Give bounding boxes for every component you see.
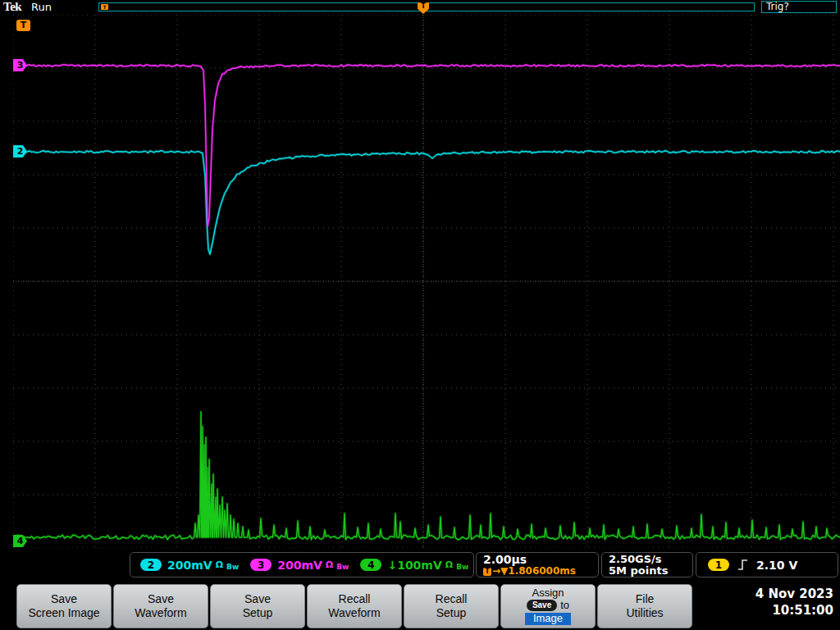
channel-3-bandwidth-icon: Bw — [336, 563, 349, 571]
trigger-state-box: Trig? — [761, 1, 837, 13]
button-label: Save — [148, 592, 174, 607]
button-label: Screen Image — [28, 606, 99, 621]
channel-2-badge[interactable]: 2 — [140, 559, 162, 571]
recall-waveform-button[interactable]: Recall Waveform — [307, 584, 402, 628]
button-label: Save — [244, 592, 271, 607]
acquisition-readout-box[interactable]: 2.50GS/s 5M points — [601, 552, 693, 578]
button-label: Saveto — [527, 600, 569, 612]
save-setup-button[interactable]: Save Setup — [210, 584, 305, 628]
tek-logo: Tek — [3, 0, 21, 14]
button-label: File — [636, 592, 655, 607]
channel-readouts-box[interactable]: 2 200mV Ω Bw 3 200mV Ω Bw 4 ↓100mV Ω Bw — [130, 552, 474, 578]
time: 10:51:00 — [756, 602, 833, 619]
trigger-time-badge[interactable]: T — [16, 20, 30, 31]
horizontal-readout-box[interactable]: 2.00µs T→▼1.806000ms — [476, 552, 599, 578]
channel-2-scale: 200mV — [167, 559, 212, 572]
record-length: 5M points — [609, 565, 686, 577]
acquisition-status: Run — [31, 1, 52, 13]
save-screen-image-button[interactable]: Save Screen Image — [16, 584, 112, 628]
sample-rate: 2.50GS/s — [609, 554, 686, 565]
trigger-level: 2.10 V — [756, 559, 797, 572]
top-status-bar: Tek Run T T Trig? — [0, 0, 840, 15]
trigger-time-value: →▼1.806000ms — [492, 565, 576, 577]
button-label: Setup — [243, 606, 273, 621]
waveform-svg — [13, 15, 840, 548]
button-label: Recall — [339, 592, 371, 607]
image-chip: Image — [525, 613, 571, 625]
channel-2-bandwidth-icon: Bw — [226, 563, 239, 571]
button-label: Setup — [436, 606, 467, 621]
save-waveform-button[interactable]: Save Waveform — [113, 584, 208, 628]
button-label: Utilities — [626, 606, 663, 621]
trigger-t-icon: T — [483, 568, 491, 576]
channel-4-badge[interactable]: 4 — [360, 559, 381, 571]
button-label: Waveform — [135, 606, 186, 621]
file-utilities-button[interactable]: File Utilities — [597, 584, 692, 628]
button-label: Assign — [532, 587, 564, 600]
date-time: 4 Nov 2023 10:51:00 — [756, 586, 833, 619]
save-chip: Save — [527, 600, 557, 611]
button-label: Save — [51, 592, 77, 607]
trigger-time-readout: T→▼1.806000ms — [483, 566, 591, 577]
graticule: T 3 2 4 — [13, 15, 840, 548]
assign-save-to-image-button[interactable]: Assign Saveto Image — [500, 584, 596, 628]
timebase-scale: 2.00µs — [483, 554, 591, 566]
bottom-menu-bar: Save Screen Image Save Waveform Save Set… — [0, 581, 840, 630]
record-trigger-icon: T — [101, 4, 108, 10]
channel-4-coupling-icon: Ω — [445, 559, 453, 570]
trigger-readout-box[interactable]: 1 2.10 V — [696, 552, 838, 578]
channel-3-coupling-icon: Ω — [326, 559, 333, 570]
status-readout-bar: 2 200mV Ω Bw 3 200mV Ω Bw 4 ↓100mV Ω Bw … — [0, 550, 840, 581]
button-label: Waveform — [328, 606, 380, 621]
channel-2-coupling-icon: Ω — [216, 559, 223, 570]
rising-edge-slope-icon — [737, 558, 748, 572]
channel-4-bandwidth-icon: Bw — [456, 563, 468, 571]
channel-3-scale: 200mV — [277, 559, 322, 572]
trigger-position-marker[interactable]: T — [418, 2, 429, 14]
channel-3-badge[interactable]: 3 — [250, 559, 272, 571]
date: 4 Nov 2023 — [756, 586, 833, 602]
channel-4-scale: ↓100mV — [387, 559, 441, 572]
recall-setup-button[interactable]: Recall Setup — [404, 584, 499, 628]
button-label: Recall — [436, 592, 468, 607]
trigger-source-badge[interactable]: 1 — [708, 559, 729, 571]
